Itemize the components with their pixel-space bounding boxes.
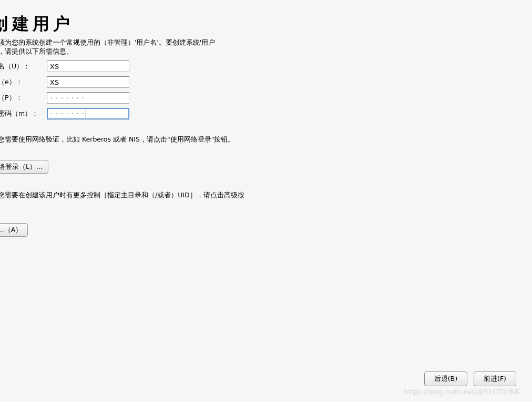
text-cursor: [86, 110, 86, 117]
intro-line1: 须为您的系统创建一个常规使用的（非管理）'用户名'。要创建系统'用户: [0, 38, 215, 46]
network-login-button[interactable]: 网络登录（L）...: [0, 160, 48, 174]
username-label: 名（U）：: [0, 62, 47, 71]
bottom-nav: 后退(B) 前进(F): [0, 371, 532, 386]
watermark: https://blog.csdn.net/@51CTO博客: [404, 387, 520, 397]
password-label: （P）：: [0, 94, 47, 103]
back-button[interactable]: 后退(B): [424, 371, 467, 386]
confirm-password-label: 密码（m）：: [0, 109, 47, 118]
fullname-input[interactable]: [47, 76, 129, 88]
page-title: 创建用户: [0, 13, 74, 36]
intro-text: 须为您的系统创建一个常规使用的（非管理）'用户名'。要创建系统'用户 ，请提供以…: [0, 38, 215, 56]
forward-button[interactable]: 前进(F): [474, 371, 516, 386]
password-input[interactable]: ·······: [47, 92, 129, 104]
user-form: 名（U）： （e）： （P）： ······· 密码（m）： ·······: [0, 58, 156, 122]
username-input[interactable]: [47, 61, 129, 72]
intro-line2: ，请提供以下所需信息。: [0, 47, 73, 55]
advanced-button[interactable]: ......（A）: [0, 223, 28, 237]
network-auth-note: 您需要使用网络验证，比如 Kerberos 或者 NIS，请点击"使用网络登录"…: [0, 135, 234, 144]
fullname-label: （e）：: [0, 78, 47, 87]
advanced-note: 您需要在创建该用户时有更多控制［指定主目录和（/或者）UID］，请点击高级按: [0, 190, 244, 200]
confirm-password-input[interactable]: ·······: [47, 108, 129, 119]
